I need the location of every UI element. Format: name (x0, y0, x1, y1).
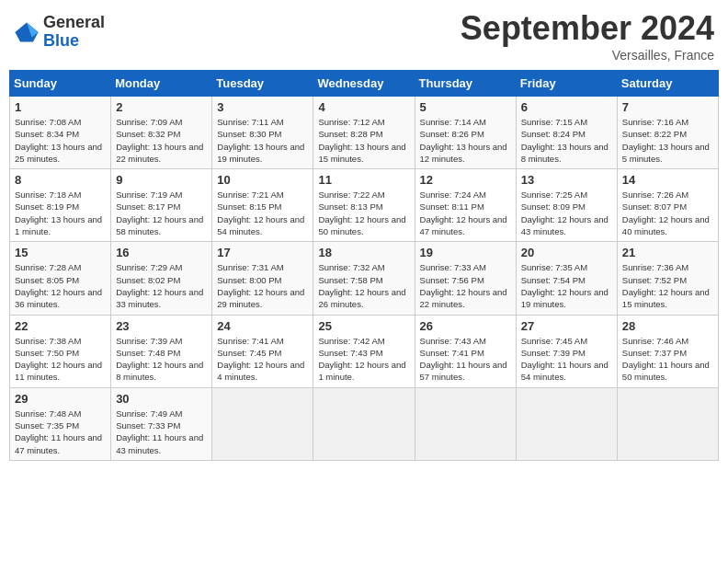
calendar-cell: 28 Sunrise: 7:46 AM Sunset: 7:37 PM Dayl… (617, 315, 718, 387)
day-info: Sunrise: 7:22 AM Sunset: 8:13 PM Dayligh… (318, 189, 409, 237)
calendar-cell (415, 387, 516, 460)
day-info: Sunrise: 7:35 AM Sunset: 7:54 PM Dayligh… (521, 261, 612, 310)
calendar-cell: 25 Sunrise: 7:42 AM Sunset: 7:43 PM Dayl… (313, 315, 415, 387)
month-title: September 2024 (461, 9, 714, 48)
day-info: Sunrise: 7:28 AM Sunset: 8:05 PM Dayligh… (15, 261, 106, 310)
day-info: Sunrise: 7:29 AM Sunset: 8:02 PM Dayligh… (116, 261, 207, 310)
day-number: 29 (15, 392, 106, 406)
day-number: 28 (622, 319, 713, 333)
day-info: Sunrise: 7:48 AM Sunset: 7:35 PM Dayligh… (15, 408, 106, 456)
day-info: Sunrise: 7:14 AM Sunset: 8:26 PM Dayligh… (420, 116, 511, 165)
day-info: Sunrise: 7:42 AM Sunset: 7:43 PM Dayligh… (318, 335, 409, 384)
day-info: Sunrise: 7:43 AM Sunset: 7:41 PM Dayligh… (420, 335, 511, 384)
calendar-cell: 24 Sunrise: 7:41 AM Sunset: 7:45 PM Dayl… (212, 315, 313, 387)
day-info: Sunrise: 7:12 AM Sunset: 8:28 PM Dayligh… (318, 116, 409, 165)
calendar-cell: 19 Sunrise: 7:33 AM Sunset: 7:56 PM Dayl… (415, 242, 516, 315)
day-number: 4 (318, 100, 409, 114)
day-info: Sunrise: 7:26 AM Sunset: 8:07 PM Dayligh… (622, 189, 713, 237)
day-info: Sunrise: 7:33 AM Sunset: 7:56 PM Dayligh… (420, 261, 511, 310)
weekday-header: Monday (111, 71, 212, 97)
calendar-cell: 20 Sunrise: 7:35 AM Sunset: 7:54 PM Dayl… (516, 242, 617, 315)
day-number: 20 (521, 246, 612, 259)
day-number: 6 (521, 100, 612, 114)
day-number: 13 (521, 173, 612, 187)
day-number: 3 (217, 100, 308, 114)
day-info: Sunrise: 7:31 AM Sunset: 8:00 PM Dayligh… (217, 261, 308, 310)
calendar-cell: 30 Sunrise: 7:49 AM Sunset: 7:33 PM Dayl… (111, 387, 212, 460)
calendar-cell: 5 Sunrise: 7:14 AM Sunset: 8:26 PM Dayli… (415, 97, 516, 169)
day-number: 24 (217, 319, 308, 333)
calendar-cell: 18 Sunrise: 7:32 AM Sunset: 7:58 PM Dayl… (313, 242, 415, 315)
day-info: Sunrise: 7:46 AM Sunset: 7:37 PM Dayligh… (622, 335, 713, 384)
weekday-header: Thursday (415, 71, 516, 97)
logo-icon (14, 19, 40, 45)
calendar-cell: 27 Sunrise: 7:45 AM Sunset: 7:39 PM Dayl… (516, 315, 617, 387)
location: Versailles, France (461, 48, 714, 63)
weekday-header: Saturday (617, 71, 718, 97)
day-number: 12 (420, 173, 511, 187)
day-number: 25 (318, 319, 409, 333)
day-info: Sunrise: 7:39 AM Sunset: 7:48 PM Dayligh… (116, 335, 207, 384)
calendar-cell (617, 387, 718, 460)
day-number: 27 (521, 319, 612, 333)
calendar-cell: 21 Sunrise: 7:36 AM Sunset: 7:52 PM Dayl… (617, 242, 718, 315)
calendar-cell: 11 Sunrise: 7:22 AM Sunset: 8:13 PM Dayl… (313, 169, 415, 242)
day-number: 23 (116, 319, 207, 333)
calendar-week-row: 15 Sunrise: 7:28 AM Sunset: 8:05 PM Dayl… (10, 242, 719, 315)
calendar-week-row: 29 Sunrise: 7:48 AM Sunset: 7:35 PM Dayl… (10, 387, 719, 460)
title-block: September 2024 Versailles, France (461, 9, 714, 63)
calendar-table: SundayMondayTuesdayWednesdayThursdayFrid… (9, 70, 719, 461)
day-info: Sunrise: 7:24 AM Sunset: 8:11 PM Dayligh… (420, 189, 511, 237)
page-header: General Blue September 2024 Versailles, … (9, 9, 719, 63)
day-number: 30 (116, 392, 207, 406)
calendar-cell: 26 Sunrise: 7:43 AM Sunset: 7:41 PM Dayl… (415, 315, 516, 387)
calendar-cell: 13 Sunrise: 7:25 AM Sunset: 8:09 PM Dayl… (516, 169, 617, 242)
day-number: 18 (318, 246, 409, 259)
calendar-cell: 7 Sunrise: 7:16 AM Sunset: 8:22 PM Dayli… (617, 97, 718, 169)
day-number: 1 (15, 100, 106, 114)
calendar-cell: 29 Sunrise: 7:48 AM Sunset: 7:35 PM Dayl… (10, 387, 111, 460)
calendar-cell: 3 Sunrise: 7:11 AM Sunset: 8:30 PM Dayli… (212, 97, 313, 169)
day-number: 10 (217, 173, 308, 187)
calendar-cell: 6 Sunrise: 7:15 AM Sunset: 8:24 PM Dayli… (516, 97, 617, 169)
calendar-cell: 14 Sunrise: 7:26 AM Sunset: 8:07 PM Dayl… (617, 169, 718, 242)
calendar-cell (516, 387, 617, 460)
day-info: Sunrise: 7:08 AM Sunset: 8:34 PM Dayligh… (15, 116, 106, 165)
day-info: Sunrise: 7:38 AM Sunset: 7:50 PM Dayligh… (15, 335, 106, 384)
day-number: 8 (15, 173, 106, 187)
day-number: 15 (15, 246, 106, 259)
day-info: Sunrise: 7:18 AM Sunset: 8:19 PM Dayligh… (15, 189, 106, 237)
day-number: 19 (420, 246, 511, 259)
day-number: 21 (622, 246, 713, 259)
day-number: 11 (318, 173, 409, 187)
calendar-week-row: 1 Sunrise: 7:08 AM Sunset: 8:34 PM Dayli… (10, 97, 719, 169)
weekday-header: Sunday (10, 71, 111, 97)
day-number: 17 (217, 246, 308, 259)
day-info: Sunrise: 7:32 AM Sunset: 7:58 PM Dayligh… (318, 261, 409, 310)
day-info: Sunrise: 7:49 AM Sunset: 7:33 PM Dayligh… (116, 408, 207, 456)
day-info: Sunrise: 7:19 AM Sunset: 8:17 PM Dayligh… (116, 189, 207, 237)
calendar-cell (212, 387, 313, 460)
day-number: 9 (116, 173, 207, 187)
calendar-cell: 12 Sunrise: 7:24 AM Sunset: 8:11 PM Dayl… (415, 169, 516, 242)
calendar-cell: 2 Sunrise: 7:09 AM Sunset: 8:32 PM Dayli… (111, 97, 212, 169)
day-info: Sunrise: 7:11 AM Sunset: 8:30 PM Dayligh… (217, 116, 308, 165)
day-number: 14 (622, 173, 713, 187)
day-info: Sunrise: 7:36 AM Sunset: 7:52 PM Dayligh… (622, 261, 713, 310)
calendar-cell: 4 Sunrise: 7:12 AM Sunset: 8:28 PM Dayli… (313, 97, 415, 169)
day-number: 22 (15, 319, 106, 333)
calendar-cell: 9 Sunrise: 7:19 AM Sunset: 8:17 PM Dayli… (111, 169, 212, 242)
day-info: Sunrise: 7:16 AM Sunset: 8:22 PM Dayligh… (622, 116, 713, 165)
calendar-cell: 16 Sunrise: 7:29 AM Sunset: 8:02 PM Dayl… (111, 242, 212, 315)
calendar-cell: 23 Sunrise: 7:39 AM Sunset: 7:48 PM Dayl… (111, 315, 212, 387)
calendar-cell (313, 387, 415, 460)
day-number: 26 (420, 319, 511, 333)
day-number: 16 (116, 246, 207, 259)
day-info: Sunrise: 7:41 AM Sunset: 7:45 PM Dayligh… (217, 335, 308, 384)
day-info: Sunrise: 7:09 AM Sunset: 8:32 PM Dayligh… (116, 116, 207, 165)
logo: General Blue (14, 14, 105, 51)
weekday-header: Tuesday (212, 71, 313, 97)
calendar-header-row: SundayMondayTuesdayWednesdayThursdayFrid… (10, 71, 719, 97)
calendar-cell: 15 Sunrise: 7:28 AM Sunset: 8:05 PM Dayl… (10, 242, 111, 315)
calendar-cell: 1 Sunrise: 7:08 AM Sunset: 8:34 PM Dayli… (10, 97, 111, 169)
